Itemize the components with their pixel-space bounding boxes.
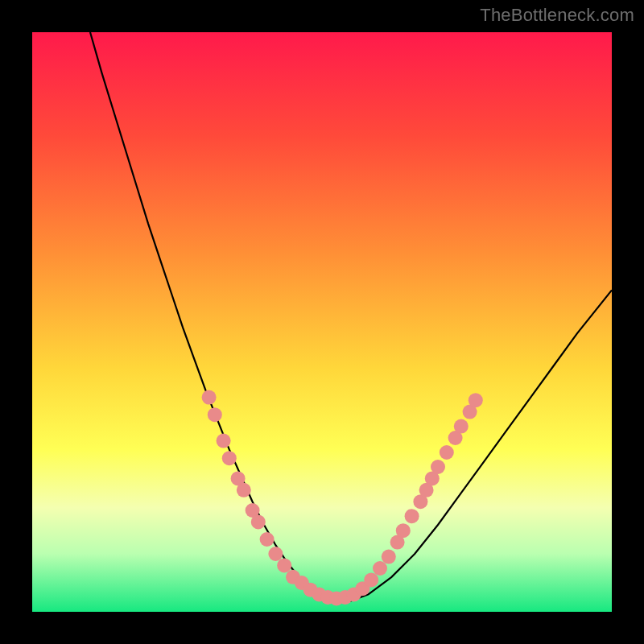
watermark-text: TheBottleneck.com <box>480 5 634 26</box>
highlight-dot <box>260 532 275 547</box>
highlight-dot <box>208 407 222 422</box>
chart-frame: TheBottleneck.com <box>0 0 644 644</box>
highlight-dot <box>440 445 454 460</box>
highlight-dot <box>405 509 419 523</box>
highlight-dots <box>202 390 483 606</box>
highlight-dot <box>396 523 411 538</box>
highlight-dot <box>431 460 445 474</box>
highlight-dot <box>469 393 483 407</box>
highlight-dot <box>454 419 469 434</box>
highlight-dot <box>364 572 378 587</box>
bottleneck-curve <box>90 32 612 603</box>
plot-area <box>32 32 612 612</box>
highlight-dot <box>251 514 266 529</box>
highlight-dot <box>202 390 217 405</box>
highlight-dot <box>268 547 283 561</box>
highlight-dot <box>373 561 387 576</box>
chart-svg <box>32 32 612 612</box>
highlight-dot <box>217 434 231 448</box>
highlight-dot <box>237 483 251 497</box>
highlight-dot <box>382 550 396 564</box>
highlight-dot <box>277 558 291 572</box>
highlight-dot <box>222 451 237 465</box>
